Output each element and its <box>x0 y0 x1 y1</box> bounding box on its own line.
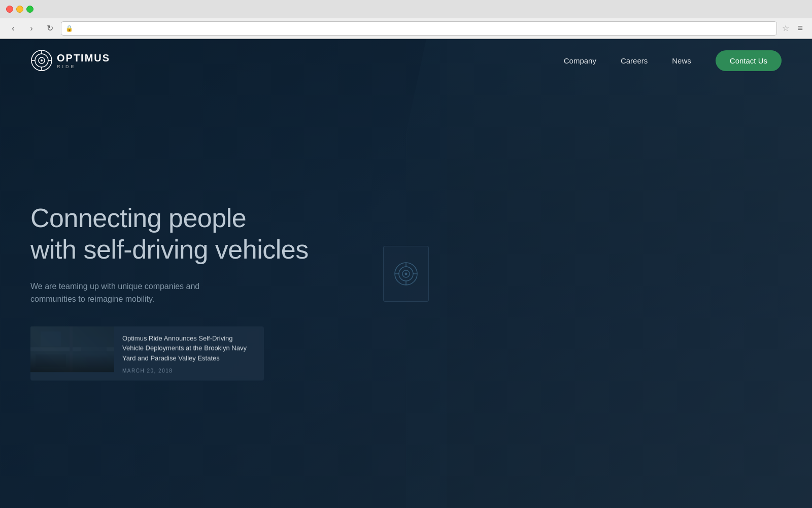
svg-point-11 <box>405 273 408 275</box>
svg-rect-19 <box>41 331 61 346</box>
close-button[interactable] <box>6 6 13 13</box>
logo[interactable]: OPTIMUS RIDE <box>30 49 110 72</box>
nav-links: Company Careers News Contact Us <box>564 50 782 71</box>
maximize-button[interactable] <box>26 6 33 13</box>
hero-subtitle: We are teaming up with unique companies … <box>30 280 309 306</box>
contact-button[interactable]: Contact Us <box>716 50 782 71</box>
news-card-title: Optimus Ride Announces Self-Driving Vehi… <box>122 333 256 363</box>
navbar: OPTIMUS RIDE Company Careers News Contac… <box>0 39 812 82</box>
svg-rect-22 <box>86 357 107 367</box>
refresh-button[interactable]: ↻ <box>43 21 57 36</box>
news-card-date: MARCH 20, 2018 <box>122 368 256 374</box>
nav-company[interactable]: Company <box>564 56 596 65</box>
minimize-button[interactable] <box>16 6 23 13</box>
bookmark-button[interactable]: ☆ <box>781 22 790 34</box>
address-bar[interactable]: 🔒 <box>61 21 777 36</box>
logo-text: OPTIMUS <box>57 52 110 64</box>
website: OPTIMUS RIDE Company Careers News Contac… <box>0 39 812 508</box>
back-button[interactable]: ‹ <box>6 21 20 36</box>
nav-careers[interactable]: Careers <box>621 56 648 65</box>
logo-subtext: RIDE <box>57 64 110 69</box>
forward-button[interactable]: › <box>24 21 39 36</box>
news-card-body: Optimus Ride Announces Self-Driving Vehi… <box>114 326 264 381</box>
logo-icon <box>30 49 53 72</box>
browser-titlebar <box>0 0 812 18</box>
news-card[interactable]: Optimus Ride Announces Self-Driving Vehi… <box>30 326 264 381</box>
svg-rect-20 <box>81 336 107 357</box>
hero-title: Connecting peoplewith self-driving vehic… <box>30 202 309 266</box>
browser-toolbar: ‹ › ↻ 🔒 ☆ ≡ <box>0 18 812 39</box>
news-card-image <box>30 326 114 372</box>
lock-icon: 🔒 <box>65 25 73 32</box>
menu-button[interactable]: ≡ <box>794 22 806 35</box>
svg-point-3 <box>41 59 43 61</box>
svg-rect-21 <box>36 354 66 367</box>
center-logo-watermark <box>383 246 429 302</box>
traffic-lights <box>6 6 33 13</box>
nav-news[interactable]: News <box>672 56 691 65</box>
browser-chrome: ‹ › ↻ 🔒 ☆ ≡ <box>0 0 812 39</box>
hero-content: Connecting peoplewith self-driving vehic… <box>30 202 309 380</box>
